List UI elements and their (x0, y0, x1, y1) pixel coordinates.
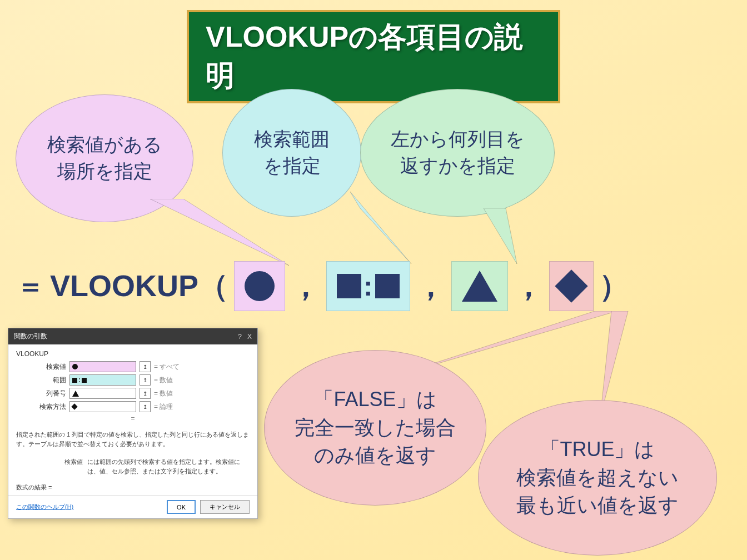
callout-col: 左から何列目を 返すかを指定 (360, 89, 555, 217)
dialog-function-name: VLOOKUP (16, 350, 250, 358)
arg-match (549, 261, 594, 311)
callout-tail (484, 208, 539, 269)
callout-text: 左から何列目を (391, 128, 525, 149)
hint-text: = 数値 (154, 376, 173, 385)
field-label: 検索方法 (16, 402, 66, 412)
square-icon (82, 378, 87, 383)
arg-lookup-value (234, 261, 285, 311)
desc-label: 検索値 (16, 457, 83, 476)
circle-icon (72, 364, 78, 369)
cancel-button[interactable]: キャンセル (200, 500, 250, 514)
dialog-row-range: 範囲 : ↥ = 数値 (16, 374, 250, 386)
callout-text: 「FALSE」は (313, 388, 436, 411)
callout-text: 検索値がある (47, 134, 162, 155)
triangle-icon (72, 391, 79, 397)
formula-row: ＝ VLOOKUP（ ， : ， ， ） (17, 261, 629, 311)
equals-mid: = (16, 414, 250, 422)
dialog-row-lookup: 検索値 ↥ = すべて (16, 361, 250, 372)
hint-text: = 数値 (154, 389, 173, 398)
dialog-titlebar: 関数の引数 ? X (8, 328, 257, 344)
arg-col (451, 261, 508, 311)
ref-button[interactable]: ↥ (140, 361, 151, 372)
dialog-row-match: 検索方法 ↥ = 論理 (16, 401, 250, 412)
hint-text: = すべて (154, 362, 180, 372)
comma: ， (514, 266, 544, 307)
close-icon[interactable]: X (247, 333, 252, 341)
desc-text: には範囲の先頭列で検索する値を指定します。検索値には、値、セル参照、または文字列… (87, 457, 250, 476)
ok-button[interactable]: OK (167, 500, 196, 514)
equals-sign: ＝ (17, 268, 44, 305)
ref-button[interactable]: ↥ (140, 401, 151, 412)
arg-range: : (326, 261, 410, 311)
callout-text: 検索値を超えない (516, 466, 679, 489)
comma: ， (416, 266, 446, 307)
dialog-row-col: 列番号 ↥ = 数値 (16, 388, 250, 399)
field-label: 検索値 (16, 362, 66, 372)
hint-text: = 論理 (154, 402, 173, 412)
help-icon[interactable]: ? (238, 333, 242, 341)
callout-false: 「FALSE」は 完全一致した場合 のみ値を返す (264, 350, 486, 506)
match-type-input[interactable] (69, 401, 136, 412)
diamond-icon (71, 403, 77, 409)
col-input[interactable] (69, 388, 136, 399)
callout-text: 返すかを指定 (400, 155, 515, 176)
ref-button[interactable]: ↥ (140, 388, 151, 399)
dialog-title-text: 関数の引数 (14, 332, 47, 341)
field-label: 列番号 (16, 389, 66, 398)
lookup-value-input[interactable] (69, 361, 136, 372)
callout-text: 場所を指定 (57, 161, 152, 182)
diamond-icon (555, 269, 587, 302)
function-help-link[interactable]: この関数のヘルプ(H) (16, 503, 73, 511)
function-arguments-dialog: 関数の引数 ? X VLOOKUP 検索値 ↥ = すべて 範囲 : ↥ = 数… (8, 328, 258, 519)
field-label: 範囲 (16, 376, 66, 385)
callout-text: 「TRUE」は (540, 438, 655, 461)
square-icon (375, 274, 400, 298)
triangle-icon (462, 271, 497, 302)
svg-marker-2 (484, 208, 517, 264)
callout-text: を指定 (263, 155, 321, 176)
square-icon (337, 274, 361, 298)
callout-text: 完全一致した場合 (295, 416, 456, 439)
callout-text: 最も近い値を返す (516, 494, 679, 517)
square-icon (72, 378, 77, 383)
page-title: VLOOKUPの各項目の説明 (187, 10, 560, 103)
formula-name: VLOOKUP（ (50, 266, 228, 307)
dialog-description: 指定された範囲の 1 列目で特定の値を検索し、指定した列と同じ行にある値を返しま… (8, 426, 257, 453)
close-paren: ） (599, 266, 629, 307)
comma: ， (291, 266, 321, 307)
colon: : (363, 270, 373, 302)
circle-icon (245, 271, 275, 301)
callout-text: 検索範囲 (254, 128, 330, 149)
formula-result: 数式の結果 = (8, 480, 257, 495)
callout-text: のみ値を返す (314, 444, 436, 467)
range-input[interactable]: : (69, 374, 136, 386)
callout-range: 検索範囲 を指定 (222, 89, 361, 217)
callout-true: 「TRUE」は 検索値を超えない 最も近い値を返す (478, 400, 717, 556)
ref-button[interactable]: ↥ (140, 374, 151, 386)
